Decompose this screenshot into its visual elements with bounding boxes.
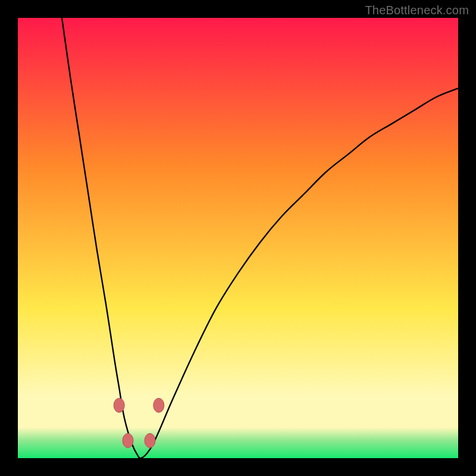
bottleneck-curve	[62, 18, 458, 458]
watermark-text: TheBottleneck.com	[365, 4, 469, 17]
curve-markers	[114, 398, 164, 447]
curve-marker-1	[154, 398, 164, 412]
curve-marker-0	[114, 398, 124, 412]
curve-layer	[18, 18, 458, 458]
chart-frame: TheBottleneck.com	[0, 0, 476, 476]
curve-marker-3	[145, 433, 155, 447]
curve-marker-2	[123, 433, 133, 447]
plot-area	[18, 18, 458, 458]
